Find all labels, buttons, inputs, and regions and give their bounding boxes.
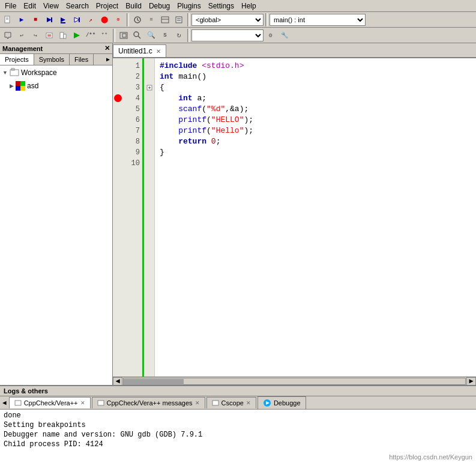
project-icon bbox=[16, 81, 25, 91]
menu-search[interactable]: Search bbox=[62, 1, 92, 11]
sidebar-close-btn[interactable]: ✕ bbox=[104, 44, 110, 52]
line-1: 1 bbox=[113, 61, 142, 71]
toolbar-2: ↩ ↪ /** ** 🔍 S ↻ ⚙ 🔧 bbox=[0, 28, 476, 43]
btn-t2-4[interactable] bbox=[43, 29, 56, 42]
project-item[interactable]: ▶ asd bbox=[0, 80, 112, 92]
bottom-tab-cppcheck-msgs-close[interactable]: ✕ bbox=[195, 400, 200, 406]
function-dropdown[interactable]: main() : intmain() : int bbox=[270, 14, 366, 26]
toolbar-sep-3 bbox=[265, 13, 268, 26]
btn-remove-bp[interactable]: ⊗ bbox=[112, 13, 125, 26]
btn-t2-2[interactable]: ↩ bbox=[15, 29, 28, 42]
menu-plugins[interactable]: Plugins bbox=[173, 1, 204, 11]
main-layout: Management ✕ Projects Symbols Files ▶ ▼ … bbox=[0, 43, 476, 385]
workspace-item[interactable]: ▼ Workspace bbox=[0, 65, 112, 80]
code-brace-close: } bbox=[160, 148, 164, 157]
menu-edit[interactable]: Edit bbox=[20, 1, 40, 11]
editor-tab-bar: Untitled1.c ✕ bbox=[113, 43, 476, 58]
btn-toggle-bp[interactable]: ⬤ bbox=[98, 13, 111, 26]
btn-debug-next[interactable] bbox=[43, 13, 56, 26]
svg-marker-5 bbox=[61, 17, 65, 22]
h-scroll-left[interactable]: ◀ bbox=[113, 377, 122, 386]
sidebar-tab-arrow[interactable]: ▶ bbox=[104, 54, 112, 65]
btn-t2-6[interactable] bbox=[70, 29, 83, 42]
menu-view[interactable]: View bbox=[40, 1, 62, 11]
cppcheck-msgs-icon bbox=[97, 399, 104, 407]
scope-dropdown[interactable]: <global><global> bbox=[191, 14, 264, 26]
btn-t2-plugin1[interactable]: ⚙ bbox=[264, 29, 277, 42]
code-brace-open: { bbox=[160, 83, 164, 92]
btn-t2-replace[interactable]: S bbox=[158, 29, 172, 42]
menu-project[interactable]: Project bbox=[92, 1, 122, 11]
sidebar: Management ✕ Projects Symbols Files ▶ ▼ … bbox=[0, 43, 113, 385]
code-scanf-fmt: "%d" bbox=[206, 104, 225, 113]
btn-t2-asterisk[interactable]: ** bbox=[98, 29, 111, 42]
line-4-breakpoint: 4 bbox=[113, 93, 142, 104]
bottom-tab-cppcheck-msgs[interactable]: CppCheck/Vera++ messages ✕ bbox=[92, 397, 205, 408]
collapse-icon bbox=[146, 85, 152, 91]
bottom-tab-cppcheck-close[interactable]: ✕ bbox=[80, 400, 85, 406]
btn-t2-window[interactable] bbox=[117, 29, 130, 42]
btn-disassembly[interactable] bbox=[158, 13, 172, 26]
btn-t2-5[interactable] bbox=[56, 29, 70, 42]
workspace-icon bbox=[10, 68, 19, 77]
btn-run-to[interactable]: ↗ bbox=[84, 13, 97, 26]
btn-t2-plugin2[interactable]: 🔧 bbox=[278, 29, 291, 42]
gutter-8 bbox=[144, 136, 154, 147]
menu-settings[interactable]: Settings bbox=[205, 1, 238, 11]
gutter-1 bbox=[144, 61, 154, 71]
line-6: 6 bbox=[113, 115, 142, 126]
btn-debug-step[interactable] bbox=[56, 13, 70, 26]
svg-point-25 bbox=[134, 32, 139, 37]
h-scroll-track[interactable] bbox=[123, 378, 466, 385]
sidebar-tab-symbols[interactable]: Symbols bbox=[34, 54, 70, 65]
search-dropdown[interactable] bbox=[191, 29, 264, 41]
h-scrollbar[interactable]: ◀ ▶ bbox=[113, 377, 476, 385]
h-scroll-thumb[interactable] bbox=[124, 379, 184, 385]
btn-t2-zoom-out[interactable]: 🔍 bbox=[145, 29, 158, 42]
editor-wrapper: 1 2 3 4 5 6 7 8 9 10 bbox=[113, 58, 476, 385]
workspace-expand-icon: ▼ bbox=[2, 70, 8, 76]
gutter-6 bbox=[144, 115, 154, 126]
svg-marker-3 bbox=[47, 17, 52, 22]
btn-t2-refresh[interactable]: ↻ bbox=[172, 29, 185, 42]
btn-t2-search[interactable] bbox=[131, 29, 144, 42]
code-area[interactable]: #include <stdio.h> int main() { int a; s… bbox=[155, 58, 476, 377]
btn-callstack[interactable]: ≡ bbox=[145, 13, 158, 26]
editor-area[interactable]: 1 2 3 4 5 6 7 8 9 10 bbox=[113, 58, 476, 377]
btn-debug-play[interactable]: ▶ bbox=[15, 13, 28, 26]
bottom-tab-cscope[interactable]: Cscope ✕ bbox=[206, 397, 256, 408]
btn-t2-1[interactable] bbox=[1, 29, 14, 42]
file-tab-label: Untitled1.c bbox=[118, 47, 152, 55]
btn-new[interactable] bbox=[1, 13, 14, 26]
toolbar-sep2-2 bbox=[187, 29, 190, 42]
gutter-4 bbox=[144, 93, 154, 104]
btn-debug-stop[interactable]: ■ bbox=[29, 13, 42, 26]
gutter-3-collapse[interactable] bbox=[144, 82, 154, 93]
file-tab-untitled1[interactable]: Untitled1.c ✕ bbox=[113, 44, 166, 57]
svg-rect-29 bbox=[16, 81, 20, 86]
menu-help[interactable]: Help bbox=[238, 1, 260, 11]
sidebar-tabs: Projects Symbols Files ▶ bbox=[0, 54, 112, 65]
bottom-tab-cscope-close[interactable]: ✕ bbox=[246, 400, 251, 406]
menu-debug[interactable]: Debug bbox=[145, 1, 173, 11]
h-scroll-right[interactable]: ▶ bbox=[466, 377, 476, 386]
btn-debug-return[interactable] bbox=[70, 13, 83, 26]
menu-build[interactable]: Build bbox=[122, 1, 145, 11]
svg-rect-21 bbox=[64, 34, 66, 38]
btn-watches[interactable] bbox=[131, 13, 144, 26]
sidebar-tab-projects[interactable]: Projects bbox=[0, 54, 34, 65]
cscope-icon bbox=[212, 399, 219, 407]
btn-t2-comment[interactable]: /** bbox=[84, 29, 97, 42]
bottom-tab-cppcheck[interactable]: CppCheck/Vera++ ✕ bbox=[9, 397, 91, 408]
svg-rect-12 bbox=[161, 17, 169, 23]
menu-file[interactable]: File bbox=[1, 1, 20, 11]
toolbar-sep-1 bbox=[127, 13, 129, 26]
file-tab-close[interactable]: ✕ bbox=[156, 48, 161, 55]
sidebar-tab-files[interactable]: Files bbox=[70, 54, 94, 65]
bottom-tab-debugger[interactable]: Debugge bbox=[258, 396, 306, 409]
btn-t2-3[interactable]: ↪ bbox=[29, 29, 42, 42]
bottom-tab-scroll-left[interactable]: ◀ bbox=[0, 398, 9, 408]
toolbar-sep2-1 bbox=[113, 29, 115, 42]
btn-mem-dump[interactable] bbox=[172, 13, 185, 26]
breakpoint-marker bbox=[114, 94, 122, 102]
